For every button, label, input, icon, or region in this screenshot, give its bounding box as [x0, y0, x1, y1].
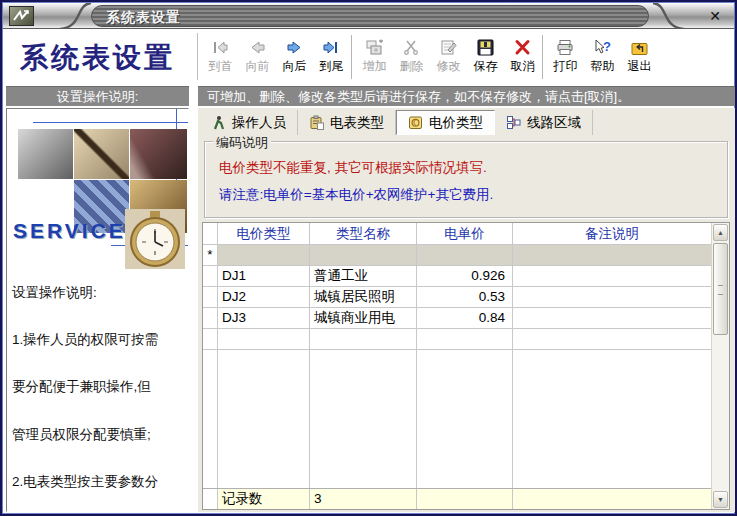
table-row[interactable]: DJ2 城镇居民照明 0.53 [203, 287, 711, 308]
cell-price[interactable]: 0.84 [417, 308, 513, 329]
cell[interactable] [218, 245, 310, 266]
toolbar-separator [351, 35, 355, 79]
save-icon [476, 39, 496, 56]
print-label: 打印 [554, 58, 578, 75]
page-title: 系统表设置 [20, 39, 175, 77]
right-panel: 操作人员 电表类型 电价类型 线路区域 编码说明 电价类型不能重复, 其它可根据… [198, 108, 735, 512]
cell-name[interactable]: 城镇居民照明 [310, 287, 417, 308]
instructions-block: 设置操作说明: 1.操作人员的权限可按需 要分配便于兼职操作,但 管理员权限分配… [12, 253, 189, 512]
table-row[interactable]: DJ1 普通工业 0.926 [203, 266, 711, 287]
groupbox-note-blue: 请注意:电单价=基本电价+农网维护+其它费用. [219, 186, 493, 204]
cell-note[interactable] [513, 287, 711, 308]
new-row-marker: * [203, 245, 218, 266]
tab-price-types[interactable]: 电价类型 [396, 110, 495, 135]
vertical-scrollbar[interactable]: ▲ ▼ [711, 223, 729, 509]
column-header-code: 电价类型 [218, 223, 310, 245]
delete-label: 删除 [400, 58, 424, 75]
close-button[interactable]: ✕ [706, 7, 724, 25]
cell-note[interactable] [513, 266, 711, 287]
cancel-button[interactable]: 取消 [504, 32, 541, 82]
operator-icon [211, 115, 226, 130]
collage-pen-photo [74, 129, 129, 179]
cell[interactable] [310, 245, 417, 266]
row-selector[interactable] [203, 266, 218, 287]
price-type-grid: 电价类型 类型名称 电单价 备注说明 * DJ1 普通工业 0.926 [202, 222, 730, 510]
tab-meter-types[interactable]: 电表类型 [298, 110, 396, 135]
last-icon [322, 39, 342, 56]
next-label: 向后 [283, 58, 307, 75]
first-icon [211, 39, 231, 56]
next-button[interactable]: 向后 [276, 32, 313, 82]
row-selector[interactable] [203, 308, 218, 329]
grid-new-row[interactable]: * [203, 245, 711, 266]
cell-price[interactable]: 0.926 [417, 266, 513, 287]
app-logo-icon [9, 6, 34, 26]
app-window: 系统表设置 ✕ 系统表设置 到首 向前 向后 到尾 [0, 0, 737, 516]
grid-footer-row: 记录数 3 [203, 488, 711, 509]
line-area-icon [506, 115, 521, 130]
svg-text:?: ? [603, 39, 611, 54]
cell-note[interactable] [513, 308, 711, 329]
modify-icon [439, 39, 459, 56]
tab-line-areas[interactable]: 线路区域 [495, 110, 593, 135]
titlebar-curve-left [59, 3, 93, 29]
save-label: 保存 [474, 58, 498, 75]
cell-code[interactable]: DJ2 [218, 287, 310, 308]
header-band: 系统表设置 到首 向前 向后 到尾 增加 [4, 29, 733, 84]
grid-empty-area [203, 350, 711, 488]
cancel-icon [513, 39, 533, 56]
prev-icon [248, 39, 268, 56]
prev-label: 向前 [246, 58, 270, 75]
cell[interactable] [513, 245, 711, 266]
delete-icon [402, 39, 422, 56]
last-button[interactable]: 到尾 [313, 32, 350, 82]
title-bar: 系统表设置 ✕ [3, 3, 734, 29]
record-count-label: 记录数 [218, 489, 310, 509]
row-selector[interactable] [203, 287, 218, 308]
info-bar: 可增加、删除、修改各类型后请进行保存，如不保存修改，请点击[取消]。 [198, 86, 735, 106]
grid-corner-cell [203, 223, 218, 245]
cell-code[interactable]: DJ3 [218, 308, 310, 329]
decor-line [33, 122, 189, 123]
exit-button[interactable]: 退出 [621, 32, 658, 82]
cell-price[interactable]: 0.53 [417, 287, 513, 308]
column-header-name: 类型名称 [310, 223, 417, 245]
empty-row [203, 329, 711, 350]
print-button[interactable]: 打印 [547, 32, 584, 82]
exit-label: 退出 [628, 58, 652, 75]
record-count-value: 3 [310, 489, 417, 509]
help-button[interactable]: ? 帮助 [584, 32, 621, 82]
prev-button: 向前 [239, 32, 276, 82]
instruction-line: 2.电表类型按主要参数分 [12, 474, 189, 490]
last-label: 到尾 [320, 58, 344, 75]
exit-icon [630, 39, 650, 56]
save-button[interactable]: 保存 [467, 32, 504, 82]
column-header-price: 电单价 [417, 223, 513, 245]
tab-label: 电价类型 [429, 114, 483, 132]
price-type-icon [408, 115, 423, 130]
groupbox-title: 编码说明 [213, 134, 271, 152]
scroll-up-icon[interactable]: ▲ [713, 224, 728, 241]
modify-label: 修改 [437, 58, 461, 75]
scrollbar-thumb[interactable] [713, 243, 728, 335]
tab-operators[interactable]: 操作人员 [200, 110, 298, 135]
cell[interactable] [417, 245, 513, 266]
modify-button: 修改 [430, 32, 467, 82]
cell-name[interactable]: 普通工业 [310, 266, 417, 287]
cell-code[interactable]: DJ1 [218, 266, 310, 287]
scroll-down-icon[interactable]: ▼ [713, 491, 728, 508]
titlebar-curve-right [651, 3, 685, 29]
instruction-line: 设置操作说明: [12, 285, 189, 301]
tab-strip: 操作人员 电表类型 电价类型 线路区域 [200, 110, 593, 135]
service-banner-text: SERVICE [13, 219, 126, 243]
collage-tools-photo [130, 129, 187, 179]
next-icon [285, 39, 305, 56]
instruction-line: 管理员权限分配要慎重; [12, 427, 189, 443]
groupbox-note-red: 电价类型不能重复, 其它可根据实际情况填写. [219, 159, 487, 177]
collage-tool-photo [18, 129, 73, 179]
add-icon [365, 39, 385, 56]
cell-name[interactable]: 城镇商业用电 [310, 308, 417, 329]
table-row[interactable]: DJ3 城镇商业用电 0.84 [203, 308, 711, 329]
instruction-line: 要分配便于兼职操作,但 [12, 379, 189, 395]
print-icon [556, 39, 576, 56]
